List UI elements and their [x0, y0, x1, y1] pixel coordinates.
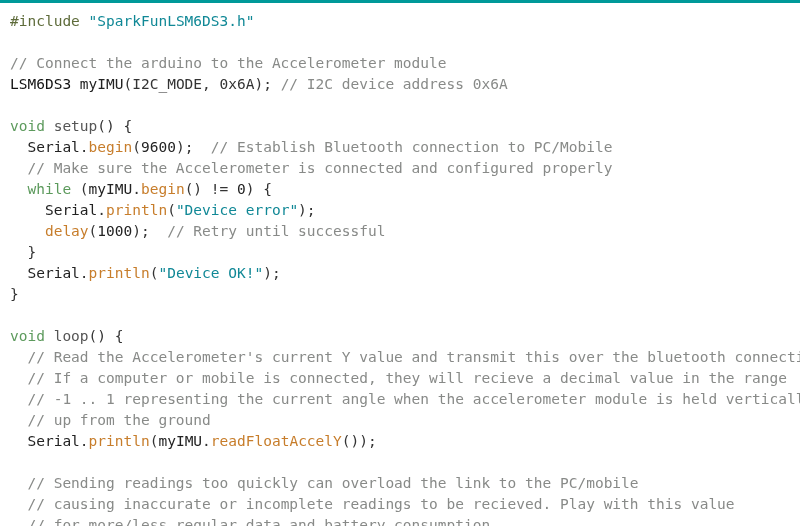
tok-pun: } — [27, 244, 36, 260]
tok-pun: ( — [132, 139, 141, 155]
tok-pun: ); — [132, 223, 149, 239]
tok-str: "Device error" — [176, 202, 298, 218]
tok-cmt: // Sending readings too quickly can over… — [27, 475, 638, 491]
tok-cmt: // Read the Accelerometer's current Y va… — [27, 349, 800, 365]
tok-ident: Serial — [27, 265, 79, 281]
tok-ident: myIMU — [80, 76, 124, 92]
tok-pun: ) { — [246, 181, 272, 197]
tok-pun: () != — [185, 181, 229, 197]
tok-ident: myIMU — [89, 181, 133, 197]
tok-mem: println — [106, 202, 167, 218]
tok-pun: . — [80, 265, 89, 281]
tok-mem: println — [89, 265, 150, 281]
tok-ident: myIMU — [158, 433, 202, 449]
tok-kw: while — [27, 181, 71, 197]
tok-cmt: // Retry until successful — [167, 223, 385, 239]
tok-cmt: // up from the ground — [27, 412, 210, 428]
tok-mem: println — [89, 433, 150, 449]
tok-pun: (I2C_MODE, 0x6A); — [124, 76, 272, 92]
tok-pun: ( — [89, 223, 98, 239]
tok-mem: begin — [141, 181, 185, 197]
tok-pun: . — [202, 433, 211, 449]
tok-pun: ( — [167, 202, 176, 218]
tok-pun: . — [97, 202, 106, 218]
tok-mem: begin — [89, 139, 133, 155]
tok-type: LSM6DS3 — [10, 76, 71, 92]
tok-ident: Serial — [27, 139, 79, 155]
tok-cmt: // Make sure the Accelerometer is connec… — [27, 160, 612, 176]
code-block: #include "SparkFunLSM6DS3.h" // Connect … — [10, 13, 800, 526]
tok-cmt: // -1 .. 1 representing the current angl… — [27, 391, 800, 407]
tok-pun: . — [80, 433, 89, 449]
tok-pun: () { — [89, 328, 124, 344]
tok-cmt: // Establish Bluetooth connection to PC/… — [211, 139, 613, 155]
tok-ident: Serial — [27, 433, 79, 449]
tok-pun: ); — [176, 139, 193, 155]
tok-num: 0 — [237, 181, 246, 197]
tok-cmt: // for more/less regular data and batter… — [27, 517, 490, 526]
tok-kw: void — [10, 118, 45, 134]
tok-ident: Serial — [45, 202, 97, 218]
tok-pun: ()); — [342, 433, 377, 449]
tok-num: 1000 — [97, 223, 132, 239]
tok-pun: () { — [97, 118, 132, 134]
tok-mem: readFloatAccelY — [211, 433, 342, 449]
tok-kw: void — [10, 328, 45, 344]
tok-pun: } — [10, 286, 19, 302]
tok-num: 9600 — [141, 139, 176, 155]
tok-cmt: // Connect the arduino to the Accelerome… — [10, 55, 447, 71]
tok-pun: . — [132, 181, 141, 197]
tok-pun: ); — [298, 202, 315, 218]
tok-pun: ( — [80, 181, 89, 197]
tok-pun: ); — [263, 265, 280, 281]
tok-cmt: // I2C device address 0x6A — [281, 76, 508, 92]
tok-fn: setup — [54, 118, 98, 134]
tok-pun: . — [80, 139, 89, 155]
tok-str: "Device OK!" — [158, 265, 263, 281]
tok-mem: delay — [45, 223, 89, 239]
tok-cmt: // If a computer or mobile is connected,… — [27, 370, 787, 386]
tok-str: "SparkFunLSM6DS3.h" — [89, 13, 255, 29]
tok-cmt: // causing inaccurate or incomplete read… — [27, 496, 734, 512]
tok-fn: loop — [54, 328, 89, 344]
tok-pp: #include — [10, 13, 80, 29]
